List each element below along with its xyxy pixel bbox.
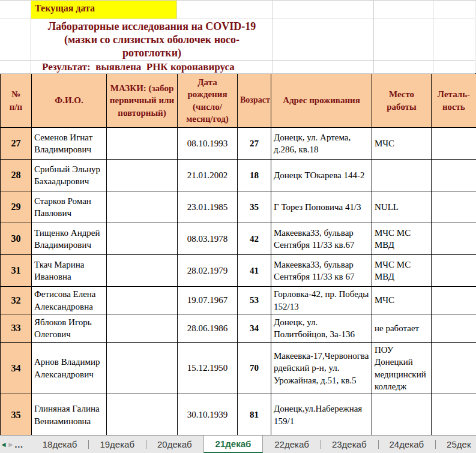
cell-lethality[interactable] xyxy=(432,223,476,255)
empty-cell[interactable] xyxy=(0,1,31,19)
empty-cell[interactable] xyxy=(273,1,374,19)
header-fio[interactable]: Ф.И.О. xyxy=(32,74,107,128)
cell-birthdate[interactable]: 21.01.2002 xyxy=(178,160,238,191)
cell-workplace[interactable]: ПОУ Донецкий медицинский колледж xyxy=(372,343,432,394)
empty-cell[interactable] xyxy=(374,61,433,74)
cell-address[interactable]: Донецк, ул. Политбойцов, 3а-136 xyxy=(271,314,372,343)
cell-smear[interactable] xyxy=(107,343,178,394)
cell-lethality[interactable] xyxy=(432,128,476,160)
current-date-cell[interactable]: Текущая дата xyxy=(31,1,177,19)
result-cell[interactable]: Результат: выявлена РНК коронавируса xyxy=(31,61,273,74)
cell-fio[interactable]: Арнов Владимир Александрович xyxy=(32,343,107,394)
cell-smear[interactable] xyxy=(107,223,178,255)
cell-address[interactable]: Донецк,ул.Набережная 159/1 xyxy=(271,394,372,436)
tab-overflow-button[interactable]: … xyxy=(14,436,24,453)
cell-age[interactable]: 41 xyxy=(238,255,271,287)
sheet-tab-21декаб[interactable]: 21декаб xyxy=(203,436,264,453)
cell-workplace[interactable]: МЧС xyxy=(372,128,432,160)
cell-smear[interactable] xyxy=(107,314,178,343)
cell-lethality[interactable] xyxy=(432,394,476,436)
cell-lethality[interactable] xyxy=(432,287,476,314)
cell-birthdate[interactable]: 28.06.1986 xyxy=(178,314,238,343)
header-smear[interactable]: МАЗКИ: (забор первичный или повторный) xyxy=(107,74,178,128)
cell-row-number[interactable]: 30 xyxy=(1,223,32,255)
cell-age[interactable]: 35 xyxy=(238,191,271,223)
cell-row-number[interactable]: 31 xyxy=(1,255,32,287)
cell-lethality[interactable] xyxy=(432,343,476,394)
cell-row-number[interactable]: 35 xyxy=(1,394,32,436)
cell-row-number[interactable]: 32 xyxy=(1,287,32,314)
prev-sheet-icon[interactable]: ◄ xyxy=(0,436,7,453)
cell-birthdate[interactable]: 08.10.1993 xyxy=(178,128,238,160)
cell-address[interactable]: Донецк ТОкарева 144-2 xyxy=(271,160,372,191)
cell-fio[interactable]: Старков Роман Павлович xyxy=(32,191,107,223)
header-row-number[interactable]: № п/п xyxy=(1,74,32,128)
sheet-tab-24декаб[interactable]: 24декаб xyxy=(378,436,436,453)
empty-cell[interactable] xyxy=(433,1,475,19)
cell-age[interactable]: 34 xyxy=(238,314,271,343)
sheet-tab-20декаб[interactable]: 20декаб xyxy=(146,436,203,453)
cell-row-number[interactable]: 28 xyxy=(1,160,32,191)
cell-workplace[interactable] xyxy=(372,160,432,191)
cell-address[interactable]: Макеевка33, бульвар Сентября 11/33 кв.67 xyxy=(271,223,372,255)
cell-fio[interactable]: Срибный Эльнур Бахаадырович xyxy=(32,160,107,191)
cell-birthdate[interactable]: 28.02.1979 xyxy=(178,255,238,287)
cell-lethality[interactable] xyxy=(432,160,476,191)
sheet-tab-22декаб[interactable]: 22декаб xyxy=(263,436,321,453)
cell-address[interactable]: Макеевка33, бульвар Сентября 11/33 кв 67 xyxy=(271,255,372,287)
cell-age[interactable]: 81 xyxy=(238,394,271,436)
sheet-tab-19декаб[interactable]: 19декаб xyxy=(88,436,146,453)
empty-cell[interactable] xyxy=(0,61,31,74)
sheet-tab-18декаб[interactable]: 18декаб xyxy=(31,436,89,453)
sheet-tab-23декаб[interactable]: 23декаб xyxy=(321,436,378,453)
cell-lethality[interactable] xyxy=(432,255,476,287)
cell-age[interactable]: 53 xyxy=(238,287,271,314)
empty-cell[interactable] xyxy=(273,61,374,74)
cell-row-number[interactable]: 29 xyxy=(1,191,32,223)
empty-cell[interactable] xyxy=(374,19,433,61)
next-sheet-icon[interactable]: ► xyxy=(7,436,14,453)
cell-age[interactable]: 70 xyxy=(238,343,271,394)
cell-lethality[interactable] xyxy=(432,314,476,343)
cell-birthdate[interactable]: 23.01.1985 xyxy=(178,191,238,223)
cell-lethality[interactable] xyxy=(432,191,476,223)
cell-fio[interactable]: Фетисова Елена Александровна xyxy=(32,287,107,314)
cell-row-number[interactable]: 27 xyxy=(1,128,32,160)
empty-cell[interactable] xyxy=(433,19,475,61)
cell-fio[interactable]: Ткач Марина Ивановна xyxy=(32,255,107,287)
cell-smear[interactable] xyxy=(107,287,178,314)
cell-row-number[interactable]: 33 xyxy=(1,314,32,343)
cell-fio[interactable]: Тищенко Андрей Владимирович xyxy=(32,223,107,255)
empty-cell[interactable] xyxy=(273,19,374,61)
header-birthdate[interactable]: Дата рождения (число/ месяц/год) xyxy=(178,74,238,128)
cell-address[interactable]: Г Торез Поповича 41/3 xyxy=(271,191,372,223)
cell-workplace[interactable]: МЧС МС МВД xyxy=(372,223,432,255)
empty-cell[interactable] xyxy=(0,19,31,61)
cell-fio[interactable]: Семенов Игнат Владимирович xyxy=(32,128,107,160)
cell-smear[interactable] xyxy=(107,394,178,436)
cell-birthdate[interactable]: 15.12.1950 xyxy=(178,343,238,394)
cell-birthdate[interactable]: 19.07.1967 xyxy=(178,287,238,314)
cell-smear[interactable] xyxy=(107,128,178,160)
header-age[interactable]: Возраст xyxy=(238,74,271,128)
cell-fio[interactable]: Глиняная Галина Вениаминовна xyxy=(32,394,107,436)
cell-workplace[interactable]: не работает xyxy=(372,314,432,343)
cell-birthdate[interactable]: 08.03.1978 xyxy=(178,223,238,255)
cell-workplace[interactable]: МЧС xyxy=(372,287,432,314)
cell-age[interactable]: 27 xyxy=(238,128,271,160)
cell-birthdate[interactable]: 30.10.1939 xyxy=(178,394,238,436)
cell-workplace[interactable]: NULL xyxy=(372,191,432,223)
cell-age[interactable]: 42 xyxy=(238,223,271,255)
header-workplace[interactable]: Место работы xyxy=(372,74,432,128)
empty-cell[interactable] xyxy=(433,61,475,74)
cell-smear[interactable] xyxy=(107,160,178,191)
sheet-tab-25дек[interactable]: 25дек xyxy=(435,436,476,453)
cell-workplace[interactable] xyxy=(372,394,432,436)
sheet-title-cell[interactable]: Лабораторные исследования на COVID-19 (м… xyxy=(31,19,273,61)
cell-smear[interactable] xyxy=(107,191,178,223)
cell-fio[interactable]: Яблоков Игорь Олегович xyxy=(32,314,107,343)
empty-cell[interactable] xyxy=(374,1,433,19)
cell-smear[interactable] xyxy=(107,255,178,287)
cell-age[interactable]: 18 xyxy=(238,160,271,191)
header-lethality[interactable]: Леталь- ность xyxy=(432,74,476,128)
